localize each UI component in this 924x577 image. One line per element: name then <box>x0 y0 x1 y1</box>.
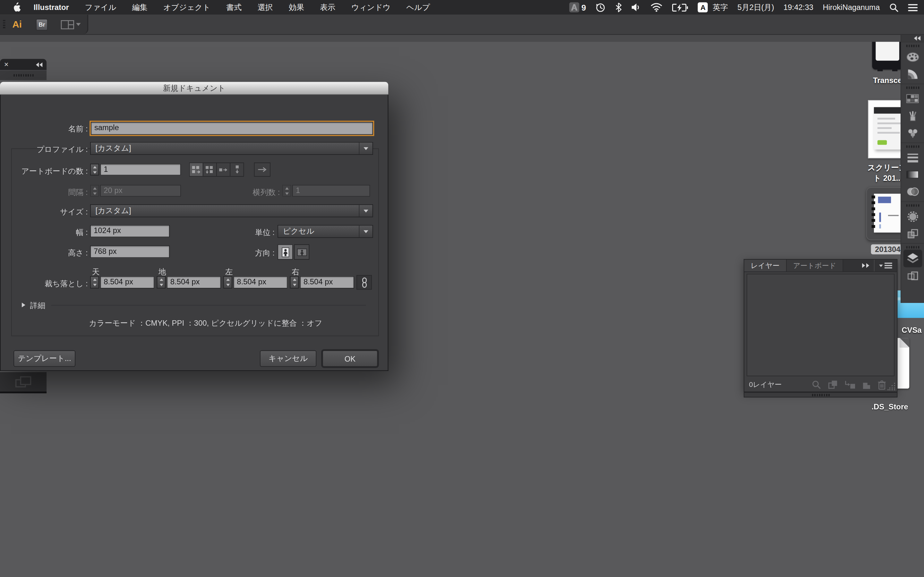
spacing-input: 20 px <box>100 185 181 197</box>
new-sublayer-button[interactable] <box>845 380 856 390</box>
app-badge-menu-extra[interactable]: 9 <box>569 2 586 12</box>
symbols-panel-button[interactable] <box>901 124 924 141</box>
bleed-bottom-input[interactable]: 8.504 px <box>167 276 221 288</box>
volume-menu-extra[interactable] <box>632 3 641 12</box>
color-guide-panel-button[interactable] <box>901 65 924 82</box>
drag-handle[interactable] <box>906 145 919 148</box>
drag-handle[interactable] <box>906 204 919 206</box>
graphic-styles-panel-button[interactable] <box>901 225 924 242</box>
artboards-count-stepper[interactable] <box>90 164 99 176</box>
gradient-panel-button[interactable] <box>901 166 924 183</box>
transparency-panel-button[interactable] <box>901 183 924 200</box>
menu-window[interactable]: ウィンドウ <box>351 2 391 13</box>
bleed-top-input[interactable]: 8.504 px <box>100 276 154 288</box>
drag-handle[interactable] <box>906 45 919 47</box>
time-machine-menu-extra[interactable] <box>596 2 606 13</box>
appearance-icon <box>907 211 919 222</box>
tab-artboards[interactable]: アートボード <box>787 259 843 271</box>
orientation-portrait-button[interactable] <box>278 244 293 259</box>
bluetooth-menu-extra[interactable] <box>615 2 622 12</box>
dropdown-arrow-button[interactable] <box>359 226 373 237</box>
dock-expand-button[interactable] <box>901 34 924 42</box>
drag-handle[interactable] <box>3 20 5 29</box>
artboards-count-label: アートボードの数 : <box>1 166 88 177</box>
apple-menu[interactable] <box>13 2 21 12</box>
height-input[interactable]: 768 px <box>90 245 170 258</box>
color-panel-button[interactable] <box>901 48 924 65</box>
panel-menu-button[interactable] <box>874 259 892 271</box>
menu-illustrator[interactable]: Illustrator <box>34 3 69 12</box>
notification-center-menu-extra[interactable] <box>908 3 918 11</box>
advanced-label[interactable]: 詳細 <box>30 300 45 311</box>
bleed-link-toggle[interactable] <box>357 275 372 290</box>
panel-collapse-button[interactable] <box>862 259 869 271</box>
bleed-right-input[interactable]: 8.504 px <box>300 276 354 288</box>
dropdown-arrow-button[interactable] <box>359 142 373 154</box>
ime-mode-label[interactable]: 英字 <box>712 2 728 13</box>
menu-bar-username[interactable]: HirokiNaganuma <box>822 3 880 12</box>
ok-button[interactable]: OK <box>322 350 378 367</box>
size-dropdown[interactable]: [カスタム] <box>90 204 373 217</box>
unit-dropdown[interactable]: ピクセル <box>278 225 373 238</box>
layers-list-area[interactable] <box>746 274 895 376</box>
bleed-top-stepper[interactable] <box>90 276 99 288</box>
bridge-button[interactable]: Br <box>36 19 48 31</box>
tools-panel-collapse-button[interactable] <box>36 62 42 67</box>
panel-resize-grip[interactable] <box>887 382 896 390</box>
advanced-disclosure-triangle[interactable] <box>22 303 25 308</box>
battery-menu-extra[interactable] <box>672 3 688 11</box>
artboards-panel-button[interactable] <box>901 268 924 284</box>
swatches-panel-button[interactable] <box>901 90 924 107</box>
arrange-documents-button[interactable] <box>61 20 81 29</box>
layers-panel-button[interactable] <box>903 250 922 268</box>
template-button[interactable]: テンプレート... <box>13 350 75 367</box>
menu-select[interactable]: 選択 <box>258 2 273 13</box>
change-row-direction-button[interactable] <box>254 163 270 177</box>
menu-edit[interactable]: 編集 <box>132 2 148 13</box>
tools-panel-close-button[interactable]: × <box>4 60 9 69</box>
bleed-left-stepper[interactable] <box>223 276 232 288</box>
grid-by-column-button[interactable] <box>203 163 217 177</box>
delete-layer-button[interactable] <box>877 380 887 390</box>
menu-object[interactable]: オブジェクト <box>163 2 210 13</box>
arrange-by-row-button[interactable] <box>216 163 230 177</box>
menu-type[interactable]: 書式 <box>226 2 242 13</box>
name-input[interactable]: sample <box>91 122 373 135</box>
stepper-down-icon <box>93 284 96 286</box>
locate-object-button[interactable] <box>811 380 821 390</box>
make-clipping-mask-button[interactable] <box>828 380 838 390</box>
dialog-title-bar[interactable]: 新規ドキュメント <box>0 82 388 95</box>
columns-label: 横列数 : <box>221 187 280 198</box>
width-input[interactable]: 1024 px <box>90 225 170 237</box>
tools-panel-screen-mode-button[interactable] <box>0 372 47 393</box>
appearance-panel-button[interactable] <box>901 208 924 225</box>
bleed-bottom-stepper[interactable] <box>157 276 166 288</box>
bleed-left-input[interactable]: 8.504 px <box>233 276 288 288</box>
bleed-right-stepper[interactable] <box>290 276 299 288</box>
menu-bar-date[interactable]: 5月2日(月) <box>738 2 774 13</box>
drag-handle[interactable] <box>906 246 919 248</box>
menu-bar-clock[interactable]: 19:42:33 <box>783 3 813 12</box>
menu-file[interactable]: ファイル <box>85 2 116 13</box>
input-method-menu-extra[interactable]: A <box>698 2 708 12</box>
stroke-panel-button[interactable] <box>901 149 924 166</box>
panel-dock-drag-strip[interactable] <box>744 392 897 398</box>
brushes-panel-button[interactable] <box>901 107 924 124</box>
menu-effect[interactable]: 効果 <box>289 2 304 13</box>
spotlight-menu-extra[interactable] <box>889 3 899 12</box>
wifi-menu-extra[interactable] <box>651 3 663 12</box>
tab-layers[interactable]: レイヤー <box>744 259 787 271</box>
cancel-button[interactable]: キャンセル <box>260 350 317 367</box>
new-layer-button[interactable] <box>862 380 871 390</box>
drag-handle[interactable] <box>13 74 33 76</box>
artboards-count-input[interactable]: 1 <box>100 164 181 176</box>
arrange-by-column-button[interactable] <box>230 163 244 177</box>
orientation-landscape-button[interactable] <box>294 244 310 259</box>
grid-by-row-button[interactable] <box>189 163 204 177</box>
menu-view[interactable]: 表示 <box>320 2 335 13</box>
orientation-label: 方向 : <box>216 248 275 258</box>
drag-handle[interactable] <box>906 87 919 89</box>
dropdown-arrow-button[interactable] <box>359 205 373 217</box>
profile-dropdown[interactable]: [カスタム] <box>90 142 373 155</box>
menu-help[interactable]: ヘルプ <box>407 2 430 13</box>
